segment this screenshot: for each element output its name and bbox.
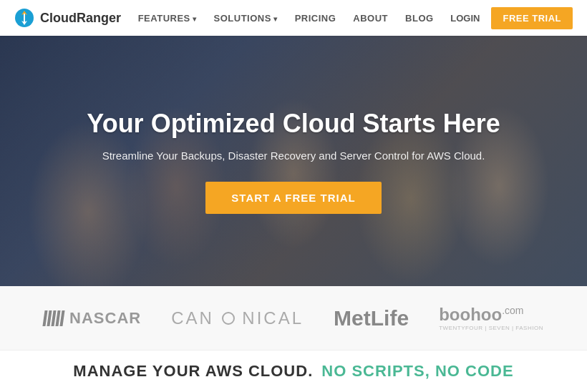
login-link[interactable]: LOGIN: [450, 13, 480, 24]
header: CloudRanger FEATURES SOLUTIONS PRICING A…: [0, 0, 587, 36]
canonical-o-icon: [222, 312, 235, 325]
nav-solutions[interactable]: SOLUTIONS: [214, 13, 278, 24]
boohoo-subtext: TWENTYFOUR | SEVEN | FASHION: [439, 325, 543, 331]
logo-icon: [14, 8, 34, 28]
main-nav: FEATURES SOLUTIONS PRICING ABOUT BLOG: [138, 13, 434, 24]
bottom-text-1: MANAGE YOUR AWS CLOUD.: [73, 362, 313, 381]
nascar-text: NASCAR: [69, 309, 141, 328]
logos-section: NASCAR CAN NICAL MetLife boohoo.com TWEN…: [0, 286, 587, 351]
metlife-text: MetLife: [334, 306, 409, 330]
logo-text: CloudRanger: [40, 11, 121, 26]
canonical-text: CAN NICAL: [171, 308, 304, 328]
hero-content: Your Optimized Cloud Starts Here Streaml…: [58, 108, 528, 213]
nascar-bars-icon: [44, 310, 64, 326]
hero-section: Your Optimized Cloud Starts Here Streaml…: [0, 36, 587, 286]
logo[interactable]: CloudRanger: [14, 8, 121, 28]
nav-about[interactable]: ABOUT: [353, 13, 388, 24]
hero-title: Your Optimized Cloud Starts Here: [87, 108, 500, 139]
bottom-text-2: NO SCRIPTS, NO CODE: [321, 362, 513, 381]
free-trial-button[interactable]: FREE TRIAL: [491, 7, 573, 29]
hero-subtitle: Streamline Your Backups, Disaster Recove…: [87, 150, 500, 162]
boohoo-text: boohoo.com: [439, 305, 523, 324]
nav-pricing[interactable]: PRICING: [295, 13, 336, 24]
metlife-logo: MetLife: [334, 306, 409, 330]
canonical-logo: CAN NICAL: [171, 308, 304, 328]
header-right: LOGIN FREE TRIAL: [450, 7, 573, 29]
hero-cta-button[interactable]: START A FREE TRIAL: [205, 182, 381, 214]
nav-features[interactable]: FEATURES: [138, 13, 197, 24]
nascar-logo: NASCAR: [44, 309, 141, 328]
nav-blog[interactable]: BLOG: [405, 13, 434, 24]
bottom-section: MANAGE YOUR AWS CLOUD. NO SCRIPTS, NO CO…: [0, 351, 587, 392]
boohoo-logo: boohoo.com TWENTYFOUR | SEVEN | FASHION: [439, 305, 543, 331]
